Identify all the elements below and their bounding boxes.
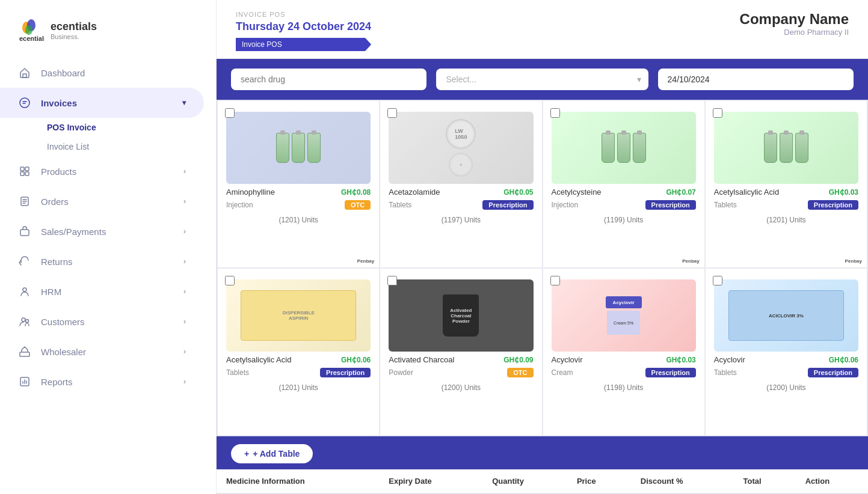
sidebar-item-reports[interactable]: Reports › <box>0 367 204 397</box>
vial <box>795 133 808 163</box>
product-card[interactable]: Penbay Acetylsalicylic AcidGH₵0.03Tablet… <box>705 100 867 268</box>
product-name: Activated Charcoal <box>389 355 454 364</box>
product-checkbox[interactable] <box>713 108 722 118</box>
product-card[interactable]: ActivatedCharcoalPowderActivated Charcoa… <box>380 268 542 436</box>
vial-img: Penbay <box>271 128 325 168</box>
product-card[interactable]: ACICLOVIR 3%AcyclovirGH₵0.06TabletsPresc… <box>705 268 867 436</box>
product-type: Cream <box>552 368 573 377</box>
header-left: INVOICE POS Thursday 24 October 2024 Inv… <box>236 11 371 51</box>
product-image-wrap: Penbay <box>226 112 371 184</box>
date-input[interactable] <box>658 69 854 90</box>
sidebar-item-hrm-label: HRM <box>41 287 61 297</box>
product-units: (1201) Units <box>714 216 858 224</box>
product-badge: OTC <box>345 200 371 210</box>
product-image-wrap: ACICLOVIR 3% <box>714 279 858 352</box>
sidebar-item-hrm[interactable]: HRM › <box>0 276 204 306</box>
hrm-expand-icon: › <box>183 287 186 296</box>
product-name-row: AcyclovirGH₵0.03 <box>552 355 696 364</box>
sidebar-item-dashboard[interactable]: Dashboard <box>0 58 204 88</box>
product-checkbox[interactable] <box>550 276 560 285</box>
product-card[interactable]: Penbay AcetylcysteineGH₵0.07InjectionPre… <box>543 100 705 268</box>
sidebar-item-sales-label: Sales/Payments <box>41 227 106 237</box>
company-name: Company Name <box>740 11 849 28</box>
table-header-price: Price <box>567 469 631 493</box>
sidebar-item-sales[interactable]: Sales/Payments › <box>0 216 204 246</box>
returns-icon <box>18 255 31 268</box>
search-bar: Select... ▾ <box>217 59 868 100</box>
tablet-img: LW1050 + <box>446 119 476 177</box>
sidebar-item-wholesaler[interactable]: Wholesaler › <box>0 337 204 367</box>
product-card[interactable]: DISPERSIBLEASPIRINAcetylsalicylic AcidGH… <box>217 268 380 436</box>
company-sub: Demo Pharmacy II <box>740 28 849 37</box>
sidebar-item-returns[interactable]: Returns › <box>0 246 204 276</box>
product-name-row: AminophyllineGH₵0.08 <box>226 188 371 197</box>
select-wrapper: Select... ▾ <box>436 69 648 90</box>
tablet-circle: LW1050 <box>446 119 476 149</box>
home-icon <box>18 66 31 79</box>
product-image-wrap: Penbay <box>714 112 858 184</box>
product-name-row: AcetylcysteineGH₵0.07 <box>552 188 696 197</box>
tablet-circle-2: + <box>449 153 473 177</box>
product-image-wrap: Acyclovir Cream 5% <box>552 279 696 352</box>
sidebar-item-pos-invoice[interactable]: POS Invoice <box>41 118 216 137</box>
category-select[interactable]: Select... <box>436 69 648 90</box>
vial <box>633 133 646 163</box>
product-price: GH₵0.05 <box>503 188 533 197</box>
product-card[interactable]: LW1050 + AcetazolamideGH₵0.05TabletsPres… <box>380 100 542 268</box>
product-name: Acyclovir <box>714 355 745 364</box>
invoices-submenu: POS Invoice Invoice List <box>0 118 216 156</box>
logo-brand: ecentials <box>51 20 97 33</box>
product-checkbox[interactable] <box>550 108 560 118</box>
customers-expand-icon: › <box>183 317 186 326</box>
add-table-button[interactable]: + + Add Table <box>231 444 313 463</box>
product-image-wrap: LW1050 + <box>389 112 533 184</box>
product-name: Acetylcysteine <box>552 188 602 197</box>
sidebar-item-wholesaler-label: Wholesaler <box>41 347 86 357</box>
hrm-icon <box>18 285 31 298</box>
product-type: Injection <box>552 201 579 209</box>
sidebar-item-invoices[interactable]: Invoices ▾ <box>0 88 204 118</box>
sidebar-item-products[interactable]: Products › <box>0 156 204 186</box>
product-type-row: TabletsPrescription <box>226 368 371 377</box>
page-content: Select... ▾ Penbay AminophyllineGH₵0.08I… <box>217 59 868 494</box>
product-checkbox[interactable] <box>387 108 397 118</box>
cream-tube-body: Cream 5% <box>607 311 640 335</box>
svg-rect-7 <box>25 167 29 171</box>
product-badge: Prescription <box>645 200 696 210</box>
sidebar-item-orders[interactable]: Orders › <box>0 186 204 216</box>
product-card[interactable]: Penbay AminophyllineGH₵0.08InjectionOTC(… <box>217 100 380 268</box>
sidebar-item-products-label: Products <box>41 166 76 177</box>
cream-tube-header: Acyclovir <box>606 296 642 308</box>
reports-expand-icon: › <box>183 377 186 386</box>
page-header: INVOICE POS Thursday 24 October 2024 Inv… <box>217 0 868 59</box>
product-name-row: AcyclovirGH₵0.06 <box>714 355 858 364</box>
vial <box>780 133 793 163</box>
product-checkbox[interactable] <box>225 108 235 118</box>
search-input[interactable] <box>231 69 426 90</box>
sidebar-item-orders-label: Orders <box>41 197 69 207</box>
wholesaler-icon <box>18 345 31 358</box>
product-name: Acetazolamide <box>389 188 440 197</box>
sidebar-item-customers[interactable]: Customers › <box>0 306 204 337</box>
product-type: Tablets <box>714 201 737 209</box>
sidebar-item-returns-label: Returns <box>41 257 73 267</box>
invoice-table: Medicine InformationExpiry DateQuantityP… <box>217 469 868 494</box>
table-header-expiry: Expiry Date <box>379 469 482 493</box>
product-type-row: CreamPrescription <box>552 368 696 377</box>
product-type: Tablets <box>714 368 737 377</box>
table-header-quantity: Quantity <box>482 469 567 493</box>
product-type-row: TabletsPrescription <box>389 200 533 210</box>
product-type: Tablets <box>226 368 249 377</box>
product-checkbox[interactable] <box>387 276 397 285</box>
svg-point-5 <box>20 98 29 108</box>
sidebar-item-invoice-list[interactable]: Invoice List <box>41 137 216 156</box>
product-card[interactable]: Acyclovir Cream 5% AcyclovirGH₵0.03Cream… <box>543 268 705 436</box>
add-table-bar: + + Add Table <box>217 438 868 469</box>
product-badge: Prescription <box>808 200 858 210</box>
product-checkbox[interactable] <box>713 276 722 285</box>
product-checkbox[interactable] <box>225 276 235 285</box>
svg-rect-8 <box>20 172 24 175</box>
product-badge: Prescription <box>808 368 858 377</box>
product-price: GH₵0.06 <box>341 356 371 364</box>
product-name: Acetylsalicylic Acid <box>226 355 291 364</box>
